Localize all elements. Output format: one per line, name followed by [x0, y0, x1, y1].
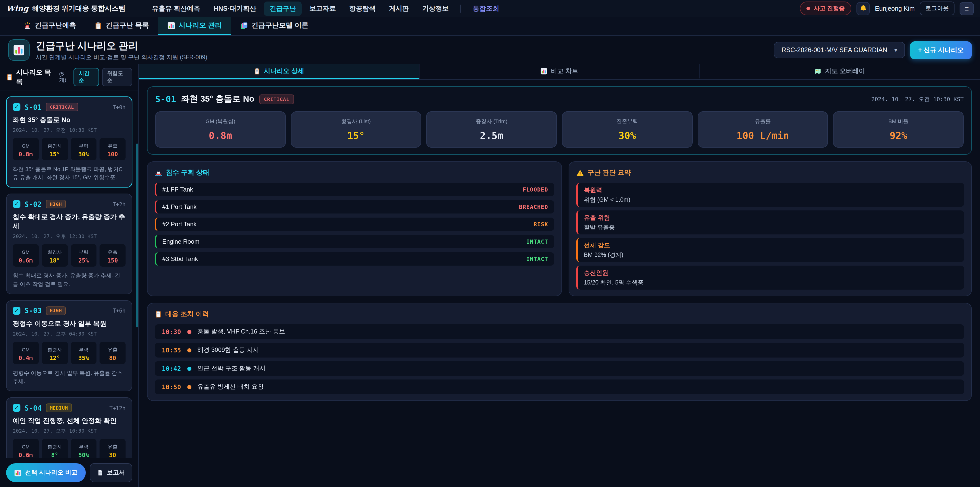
- sidebar-scrollbar[interactable]: [136, 144, 138, 327]
- rescue-assessment-panel: 구난 판단 요약 복원력 위험 (GM < 1.0m) 유출 위험 활발 유출중: [569, 161, 972, 296]
- severity-badge: HIGH: [46, 200, 66, 209]
- scenario-id: S-01: [24, 103, 41, 111]
- bar-chart-icon: [13, 45, 24, 56]
- tank-row: Engine Room INTACT: [155, 235, 554, 248]
- timeline-event: 10:42 인근 선박 구조 활동 개시: [155, 361, 964, 376]
- assessment-item: 선체 강도 BM 92% (경계): [576, 238, 964, 262]
- notifications-button[interactable]: [856, 2, 870, 15]
- stat-gm: GM0.4m: [13, 342, 39, 364]
- nav-oil-spill-prediction[interactable]: 유출유 확산예측: [146, 1, 206, 16]
- stat-list: 횡경사18°: [42, 244, 68, 267]
- tab-comparison-chart[interactable]: 비교 차트: [419, 64, 700, 79]
- scenario-datetime: 2024. 10. 27. 오전 10:30 KST: [13, 127, 126, 134]
- nav-hns-air-diffusion[interactable]: HNS·대기확산: [208, 1, 262, 16]
- scenario-checkbox[interactable]: ✓: [13, 200, 21, 208]
- stat-list: 횡경사15°: [42, 138, 68, 160]
- scenario-card[interactable]: ✓ S-02 HIGH T+2h 침수 확대로 경사 증가, 유출량 증가 추세…: [6, 194, 132, 294]
- report-button[interactable]: 보고서: [90, 463, 132, 482]
- stat-gm: GM0.6m: [13, 244, 39, 267]
- tab-scenario-management[interactable]: 시나리오 관리: [158, 18, 231, 35]
- stat-gm: GM0.8m: [13, 138, 39, 160]
- tank-status: BREACHED: [519, 204, 548, 210]
- severity-badge: CRITICAL: [259, 94, 294, 104]
- metric-bm-ratio: BM 비율 92%: [833, 111, 964, 148]
- chevron-down-icon: ▾: [894, 47, 897, 53]
- nav-weather-info[interactable]: 기상정보: [417, 1, 454, 16]
- sort-by-risk-button[interactable]: 위험도순: [102, 68, 132, 86]
- sidebar-footer: 선택 시나리오 비교 보고서: [0, 458, 138, 487]
- clipboard-icon: [6, 73, 13, 81]
- logout-button[interactable]: 로그아웃: [920, 2, 955, 15]
- stat-spill: 유출30: [100, 439, 126, 458]
- scenario-card[interactable]: ✓ S-01 CRITICAL T+0h 좌현 35° 충돌로 No 2024.…: [6, 97, 132, 188]
- detail-tabs: 시나리오 상세 비교 차트 지도 오버레이: [139, 64, 980, 80]
- event-dot-icon: [187, 385, 191, 389]
- scenario-checkbox[interactable]: ✓: [13, 103, 21, 111]
- event-dot-icon: [187, 330, 191, 334]
- scenario-list: ✓ S-01 CRITICAL T+0h 좌현 35° 충돌로 No 2024.…: [0, 90, 138, 458]
- scenario-description: 침수 확대로 경사 증가, 유출량 증가 추세. 긴급 이초 작업 검토 필요.: [13, 271, 126, 288]
- time-offset: T+2h: [113, 201, 126, 208]
- ship-icon: [155, 169, 162, 176]
- tank-status: INTACT: [526, 255, 548, 262]
- scenario-card[interactable]: ✓ S-03 HIGH T+6h 평형수 이동으로 경사 일부 복원 2024.…: [6, 300, 132, 391]
- document-icon: [97, 469, 103, 476]
- bar-chart-icon: [541, 68, 547, 74]
- tab-rescue-model-theory[interactable]: 긴급구난모델 이론: [231, 18, 318, 35]
- timeline-event: 10:35 해경 3009함 출동 지시: [155, 343, 964, 358]
- page-icon: [8, 39, 30, 61]
- panel-title: 침수 구획 상태: [166, 168, 209, 177]
- scenario-checkbox[interactable]: ✓: [13, 404, 21, 412]
- tab-map-overlay[interactable]: 지도 오버레이: [700, 64, 980, 79]
- scenario-id: S-03: [24, 307, 41, 315]
- stat-list: 횡경사8°: [42, 439, 68, 458]
- nav-reports[interactable]: 보고자료: [304, 1, 342, 16]
- stat-spill: 유출100: [100, 138, 126, 160]
- sort-by-time-button[interactable]: 시간순: [74, 68, 99, 86]
- bar-chart-icon: [167, 22, 175, 29]
- warning-icon: [576, 169, 584, 176]
- incident-status-badge: 사고 진행중: [800, 2, 851, 15]
- stat-buoyancy: 부력35%: [71, 342, 97, 364]
- tab-rescue-list[interactable]: 긴급구난 목록: [85, 18, 158, 35]
- siren-icon: [24, 22, 31, 29]
- event-dot-icon: [187, 366, 191, 370]
- time-offset: T+12h: [110, 405, 126, 411]
- main-nav: 유출유 확산예측 HNS·대기확산 긴급구난 보고자료 항공탐색 게시판 기상정…: [146, 1, 505, 16]
- metric-spill-rate: 유출률 100 L/min: [697, 111, 828, 148]
- nav-aerial-search[interactable]: 항공탐색: [344, 1, 381, 16]
- page-subtitle: 시간 단계별 시나리오 비교·검토 및 구난 의사결정 지원 (SFR-009): [36, 53, 207, 61]
- page-header: 긴급구난 시나리오 관리 시간 단계별 시나리오 비교·검토 및 구난 의사결정…: [0, 36, 980, 64]
- incident-select[interactable]: RSC-2026-001·M/V SEA GUARDIAN ▾: [774, 42, 905, 58]
- stat-spill: 유출80: [100, 342, 126, 364]
- scenario-id: S-02: [24, 200, 41, 208]
- new-scenario-button[interactable]: + 신규 시나리오: [910, 41, 972, 59]
- scenario-checkbox[interactable]: ✓: [13, 307, 21, 315]
- scenario-title: 평형수 이동으로 경사 일부 복원: [13, 319, 126, 329]
- tab-scenario-detail[interactable]: 시나리오 상세: [139, 64, 419, 79]
- tank-row: #1 FP Tank FLOODED: [155, 183, 554, 196]
- sidebar-header: 시나리오 목록 (5개) 시간순 위험도순: [0, 64, 138, 90]
- section-tabs: 긴급구난예측 긴급구난 목록 시나리오 관리 긴급구난모델 이론: [0, 18, 980, 36]
- tank-row: #2 Port Tank RISK: [155, 217, 554, 231]
- nav-board[interactable]: 게시판: [383, 1, 414, 16]
- assessment-item: 복원력 위험 (GM < 1.0m): [576, 183, 964, 207]
- divider: [460, 4, 461, 13]
- panel-title: 구난 판단 요약: [587, 168, 631, 177]
- assessment-item: 유출 위험 활발 유출중: [576, 211, 964, 235]
- compare-scenarios-button[interactable]: 선택 시나리오 비교: [6, 463, 86, 482]
- tab-rescue-prediction[interactable]: 긴급구난예측: [14, 18, 85, 35]
- tank-status: INTACT: [526, 238, 548, 245]
- timeline-event: 10:30 충돌 발생, VHF Ch.16 조난 통보: [155, 324, 964, 339]
- app-title: 해양환경 위기대응 통합시스템: [32, 4, 125, 13]
- nav-emergency-rescue[interactable]: 긴급구난: [264, 1, 302, 16]
- scenario-card[interactable]: ✓ S-04 MEDIUM T+12h 예인 작업 진행중, 선체 안정화 확인…: [6, 398, 132, 458]
- stat-buoyancy: 부력30%: [71, 138, 97, 160]
- topbar: Wing 해양환경 위기대응 통합시스템 유출유 확산예측 HNS·대기확산 긴…: [0, 0, 980, 18]
- hamburger-menu-button[interactable]: ≡: [959, 2, 974, 15]
- scenario-id: S-04: [24, 404, 41, 412]
- bar-chart-icon: [14, 469, 21, 476]
- nav-integrated-search[interactable]: 통합조회: [467, 1, 505, 16]
- scenario-description: 평형수 이동으로 경사 일부 복원. 유출률 감소 추세.: [13, 369, 126, 385]
- panel-title: 대응 조치 이력: [165, 310, 209, 319]
